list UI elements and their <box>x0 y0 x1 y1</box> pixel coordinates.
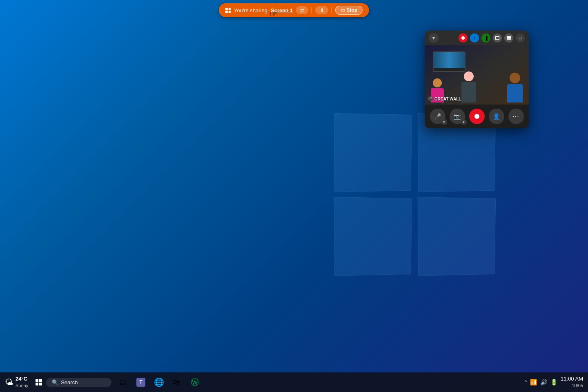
mic-control-button[interactable]: 🎤 ▾ <box>430 109 445 124</box>
grid-window-icon <box>507 36 511 40</box>
store-icon: 🛍 <box>173 378 181 387</box>
start-button[interactable] <box>31 377 46 387</box>
layout-single-button[interactable] <box>493 33 502 42</box>
search-label: Search <box>61 379 78 385</box>
share-banner: You're sharing Screen 1 ⇄ ⏸ ▭ Stop <box>219 3 369 17</box>
camera-control-button[interactable]: 📷 ▾ <box>450 109 465 124</box>
weather-description: Sunny <box>16 383 28 388</box>
windows-logo-wallpaper <box>335 114 506 286</box>
mic-status-icon: 🎤 <box>428 96 433 101</box>
file-explorer-taskbar-button[interactable]: 🗂 <box>115 374 131 390</box>
record-indicator-button[interactable] <box>459 33 468 42</box>
participant-3 <box>507 73 523 102</box>
share-banner-text: You're sharing <box>234 7 267 13</box>
teams-controls: 🎤 ▾ 📷 ▾ 👤 ··· <box>425 105 529 128</box>
bar-chart-icon: ▐ <box>484 36 487 40</box>
camera-icon: 📷 <box>454 113 461 120</box>
clock-display[interactable]: 11:00 AM 10/05 <box>561 375 583 389</box>
participant-2 <box>461 71 476 102</box>
teams-icon: T <box>136 378 145 387</box>
desktop: You're sharing Screen 1 ⇄ ⏸ ▭ Stop ☞ ▼ <box>0 0 588 392</box>
share-banner-screen-link[interactable]: Screen 1 <box>271 7 293 13</box>
app5-icon: Ⓦ <box>191 377 199 388</box>
volume-icon[interactable]: 🔊 <box>540 379 547 385</box>
battery-icon[interactable]: 🔋 <box>550 379 557 385</box>
popout-icon: ⊡ <box>519 36 522 40</box>
share-banner-grid-icon <box>225 8 231 13</box>
app5-taskbar-button[interactable]: Ⓦ <box>187 374 203 390</box>
audio-button[interactable]: ♪ <box>470 33 479 42</box>
weather-icon: 🌤 <box>5 378 13 387</box>
mic-chevron-icon: ▾ <box>441 119 447 125</box>
wifi-icon[interactable]: 📶 <box>530 379 537 385</box>
teams-panel: ▼ ♪ ▐ <box>425 31 529 128</box>
people-icon: 👤 <box>493 113 500 120</box>
search-bar[interactable]: 🔍 Search <box>46 378 111 387</box>
tray-expand-icon[interactable]: ^ <box>525 380 527 384</box>
more-icon: ··· <box>512 113 519 120</box>
clock-date: 10/05 <box>561 383 583 389</box>
teams-taskbar-button[interactable]: T <box>133 374 149 390</box>
store-taskbar-button[interactable]: 🛍 <box>169 374 185 390</box>
stats-button[interactable]: ▐ <box>481 33 490 42</box>
record-dot-icon <box>461 36 465 40</box>
teams-toolbar: ▼ ♪ ▐ <box>425 31 529 45</box>
single-window-icon <box>495 36 499 40</box>
meeting-room-label: 🎤 GREAT WALL <box>428 96 461 101</box>
edge-taskbar-button[interactable]: 🌐 <box>151 374 167 390</box>
windows-logo-icon <box>36 379 42 385</box>
record-icon <box>474 114 479 119</box>
monitor-bg <box>433 51 466 72</box>
banner-divider <box>312 7 312 13</box>
temperature-display: 24°C <box>16 376 28 383</box>
weather-widget[interactable]: 🌤 24°C Sunny <box>5 376 28 388</box>
music-icon: ♪ <box>473 36 476 40</box>
microphone-icon: 🎤 <box>434 113 441 120</box>
participants-button[interactable]: 👤 <box>489 109 504 124</box>
file-explorer-icon: 🗂 <box>119 378 127 387</box>
record-control-button[interactable] <box>469 109 485 124</box>
meeting-participants <box>425 45 529 105</box>
stop-icon: ▭ <box>341 7 345 13</box>
search-icon: 🔍 <box>52 379 58 385</box>
teams-video-feed: 🎤 GREAT WALL <box>425 45 529 105</box>
taskbar-apps: 🗂 T 🌐 🛍 Ⓦ <box>115 374 203 390</box>
clock-time: 11:00 AM <box>561 375 583 383</box>
pause-share-button[interactable]: ⏸ <box>315 6 328 14</box>
switch-screen-button[interactable]: ⇄ <box>296 6 308 14</box>
edge-icon: 🌐 <box>154 377 164 387</box>
collapse-panel-button[interactable]: ▼ <box>429 33 439 43</box>
chevron-down-icon: ▼ <box>431 35 436 41</box>
layout-grid-button[interactable] <box>504 33 513 42</box>
pause-icon: ⏸ <box>319 7 324 13</box>
popout-button[interactable]: ⊡ <box>516 33 525 42</box>
switch-icon: ⇄ <box>300 7 304 13</box>
stop-share-button[interactable]: ▭ Stop <box>335 6 363 15</box>
more-options-button[interactable]: ··· <box>508 109 524 124</box>
taskbar: 🌤 24°C Sunny 🔍 Search 🗂 T <box>0 372 588 392</box>
camera-chevron-icon: ▾ <box>461 119 467 125</box>
system-tray: ^ 📶 🔊 🔋 11:00 AM 10/05 <box>525 375 583 389</box>
banner-divider-2 <box>332 7 332 13</box>
